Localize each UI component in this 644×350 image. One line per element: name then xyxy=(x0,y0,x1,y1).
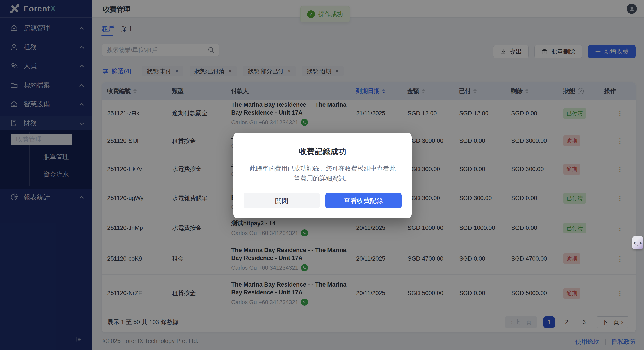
close-button[interactable]: 關閉 xyxy=(244,193,320,208)
modal-title: 收費記錄成功 xyxy=(234,146,412,157)
view-charge-record-button[interactable]: 查看收費記錄 xyxy=(325,193,402,208)
charge-success-modal: 收費記錄成功 此賬單的費用已成功記錄。您可在收費模組中查看此筆費用的詳細資訊。 … xyxy=(234,133,412,219)
modal-body-text: 此賬單的費用已成功記錄。您可在收費模組中查看此筆費用的詳細資訊。 xyxy=(247,163,398,183)
app-root: ForentX 房源管理 租務 人員 契約檔案 智慧設備 $ xyxy=(0,0,644,350)
feedback-widget-button[interactable]: >‿< xyxy=(632,236,643,249)
